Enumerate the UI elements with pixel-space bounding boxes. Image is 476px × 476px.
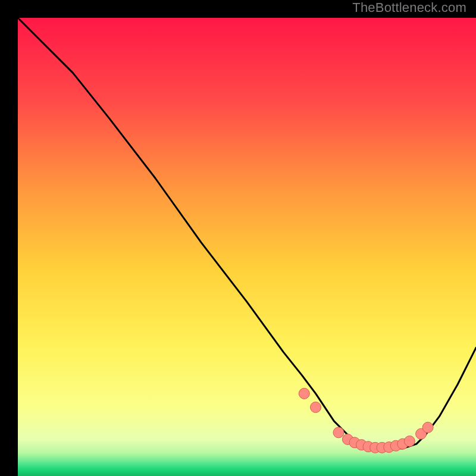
optimal-dot: [299, 388, 309, 399]
optimal-dot: [422, 422, 433, 433]
chart-frame: [9, 9, 467, 467]
optimal-dot: [404, 436, 415, 447]
optimal-dot: [311, 402, 321, 413]
optimal-dot: [333, 427, 344, 438]
watermark-text: TheBottleneck.com: [352, 0, 466, 15]
gradient-background: [18, 18, 476, 476]
bottleneck-chart: [18, 18, 476, 476]
